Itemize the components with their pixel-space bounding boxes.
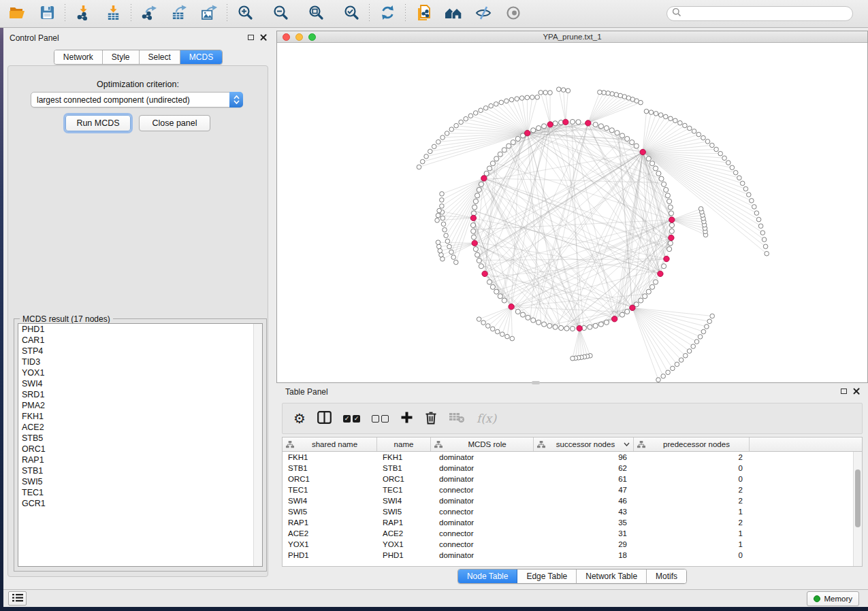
- table-row[interactable]: YOX1YOX1connector291: [283, 539, 853, 550]
- cell-shared_name: PHD1: [283, 550, 377, 561]
- tab-mcds[interactable]: MCDS: [180, 50, 222, 64]
- table-scrollbar[interactable]: [853, 452, 862, 566]
- export-image-button[interactable]: [200, 5, 218, 22]
- export-network-button[interactable]: [140, 5, 158, 22]
- cell-successor_nodes: 18: [534, 550, 634, 561]
- tab-network[interactable]: Network: [54, 50, 103, 64]
- mcds-result-list[interactable]: PHD1CAR1STP4TID3YOX1SWI4SRD1PMA2FKH1ACE2…: [18, 323, 263, 567]
- mcds-result-title: MCDS result (17 nodes): [20, 314, 113, 324]
- tab-edge-table[interactable]: Edge Table: [517, 569, 577, 583]
- close-icon[interactable]: [853, 388, 860, 395]
- list-item[interactable]: SRD1: [18, 389, 262, 400]
- select-all-rows-button[interactable]: ✓✓: [343, 408, 360, 429]
- zoom-selected-button[interactable]: [342, 5, 360, 22]
- cell-shared_name: ACE2: [283, 528, 377, 539]
- table-row[interactable]: STB1STB1dominator620: [283, 463, 853, 474]
- zoom-fit-button[interactable]: [307, 5, 325, 22]
- list-item[interactable]: GCR1: [18, 498, 262, 509]
- table-row[interactable]: TEC1TEC1connector472: [283, 484, 853, 495]
- float-window-icon[interactable]: [248, 35, 254, 40]
- table-row[interactable]: ORC1ORC1dominator610: [283, 474, 853, 484]
- show-graphics-button[interactable]: [504, 5, 522, 22]
- list-item[interactable]: ACE2: [18, 422, 262, 433]
- function-builder-button[interactable]: f(x): [477, 408, 496, 429]
- task-history-button[interactable]: [8, 591, 27, 606]
- table-options-button[interactable]: ⚙: [293, 408, 306, 429]
- home-button[interactable]: [445, 5, 462, 22]
- delete-columns-button[interactable]: [425, 408, 437, 429]
- zoom-in-button[interactable]: [236, 5, 254, 22]
- checked-boxes-icon: ✓✓: [343, 415, 360, 423]
- delete-table-button[interactable]: [449, 408, 465, 429]
- cell-shared_name: FKH1: [283, 452, 377, 463]
- add-column-button[interactable]: [400, 408, 413, 429]
- cell-shared_name: RAP1: [283, 517, 377, 528]
- memory-button[interactable]: Memory: [807, 591, 859, 606]
- list-item[interactable]: FKH1: [18, 411, 262, 422]
- zoom-out-icon: [273, 5, 289, 22]
- column-header-name[interactable]: name: [377, 437, 431, 451]
- search-input[interactable]: [681, 7, 852, 20]
- hide-graphics-button[interactable]: [475, 5, 492, 22]
- control-panel-title: Control Panel: [10, 33, 59, 43]
- table-row[interactable]: RAP1RAP1dominator352: [283, 517, 853, 528]
- tab-motifs[interactable]: Motifs: [647, 569, 686, 583]
- network-canvas[interactable]: [277, 43, 867, 382]
- tab-style[interactable]: Style: [103, 50, 140, 64]
- tab-select[interactable]: Select: [140, 50, 180, 64]
- list-item[interactable]: CAR1: [18, 335, 262, 346]
- cell-predecessor_nodes: 0: [634, 550, 750, 561]
- search-icon: [672, 7, 681, 20]
- list-item[interactable]: SWI5: [18, 476, 262, 487]
- save-session-button[interactable]: [38, 5, 56, 22]
- close-panel-button[interactable]: Close panel: [139, 115, 210, 131]
- list-item[interactable]: SWI4: [18, 378, 262, 389]
- import-table-button[interactable]: [104, 5, 122, 22]
- run-mcds-button[interactable]: Run MCDS: [65, 115, 131, 131]
- cell-mcds_role: connector: [431, 506, 534, 517]
- close-icon[interactable]: [260, 34, 267, 41]
- deselect-all-rows-button[interactable]: [372, 408, 389, 429]
- list-item[interactable]: TEC1: [18, 487, 262, 498]
- criterion-dropdown[interactable]: largest connected component (undirected): [31, 92, 243, 108]
- scrollbar-thumb[interactable]: [855, 469, 861, 527]
- horizontal-splitter-handle[interactable]: [532, 381, 540, 384]
- import-network-button[interactable]: [74, 5, 92, 22]
- column-header-successor-nodes[interactable]: successor nodes: [534, 437, 634, 451]
- export-network-icon: [141, 5, 157, 22]
- list-scrollbar[interactable]: [253, 324, 262, 566]
- list-item[interactable]: ORC1: [18, 444, 262, 455]
- list-item[interactable]: PMA2: [18, 400, 262, 411]
- column-header-MCDS-role[interactable]: MCDS role: [431, 437, 534, 451]
- table-row[interactable]: SWI4SWI4dominator462: [283, 495, 853, 506]
- list-item[interactable]: STB5: [18, 433, 262, 444]
- cell-shared_name: YOX1: [283, 539, 377, 550]
- list-item[interactable]: TID3: [18, 357, 262, 367]
- table-row[interactable]: ACE2ACE2connector311: [283, 528, 853, 539]
- float-window-icon[interactable]: [841, 389, 847, 394]
- list-item[interactable]: YOX1: [18, 367, 262, 378]
- cell-mcds_role: dominator: [431, 463, 534, 474]
- eye-icon: [505, 5, 521, 22]
- zoom-out-button[interactable]: [272, 5, 289, 22]
- show-columns-button[interactable]: [317, 408, 332, 429]
- export-table-button[interactable]: [170, 5, 188, 22]
- open-session-button[interactable]: [8, 5, 26, 22]
- cell-predecessor_nodes: 2: [634, 452, 750, 463]
- column-header-predecessor-nodes[interactable]: predecessor nodes: [634, 437, 750, 451]
- tab-node-table[interactable]: Node Table: [458, 569, 518, 583]
- export-image-icon: [201, 5, 217, 22]
- share-document-button[interactable]: [415, 5, 432, 22]
- list-item[interactable]: STP4: [18, 346, 262, 357]
- list-item[interactable]: STB1: [18, 465, 262, 476]
- tab-network-table[interactable]: Network Table: [577, 569, 647, 583]
- list-item[interactable]: PHD1: [18, 324, 262, 335]
- application-window: Control Panel NetworkStyleSelectMCDS Opt…: [3, 28, 868, 607]
- houses-icon: [445, 5, 462, 22]
- list-item[interactable]: RAP1: [18, 455, 262, 465]
- table-row[interactable]: FKH1FKH1dominator962: [283, 452, 853, 463]
- column-header-shared-name[interactable]: shared name: [283, 437, 377, 451]
- table-row[interactable]: PHD1PHD1dominator180: [283, 550, 853, 561]
- table-row[interactable]: SWI5SWI5connector431: [283, 506, 853, 517]
- refresh-button[interactable]: [379, 5, 396, 22]
